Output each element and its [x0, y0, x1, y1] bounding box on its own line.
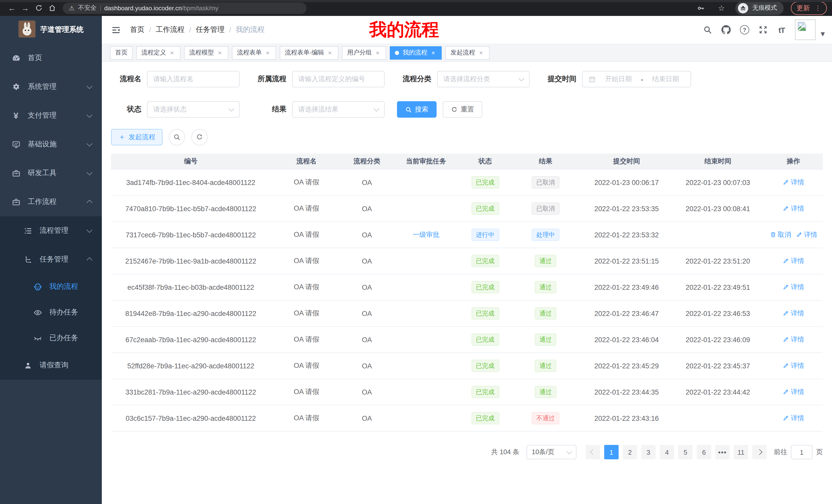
breadcrumb-item[interactable]: 首页	[130, 25, 145, 34]
start-date-input[interactable]: 开始日期	[599, 75, 638, 84]
process-definition-input[interactable]: 请输入流程定义的编号	[292, 71, 385, 87]
close-icon[interactable]: ×	[169, 49, 175, 56]
bookmark-star-icon[interactable]: ☆	[715, 1, 728, 15]
prev-page-button[interactable]	[586, 445, 600, 459]
cancel-link[interactable]: 取消	[770, 230, 791, 240]
refresh-table-button[interactable]	[191, 129, 208, 145]
tab-my-process[interactable]: 我的流程×	[390, 46, 442, 59]
detail-link[interactable]: 详情	[783, 361, 804, 370]
detail-link[interactable]: 详情	[783, 256, 804, 265]
cell-result: 处理中	[510, 222, 581, 248]
detail-link[interactable]: 详情	[783, 414, 804, 423]
current-task-link[interactable]: 一级审批	[413, 230, 439, 240]
help-icon[interactable]: ?	[739, 25, 750, 35]
close-icon[interactable]: ×	[430, 49, 437, 56]
list-tree-icon	[23, 226, 32, 235]
sidebar-item-todo-tasks[interactable]: 待办任务	[0, 300, 102, 325]
cell-end-time: 2022-01-22 23:44:42	[672, 379, 764, 405]
incognito-badge: 无痕模式	[735, 1, 784, 15]
tab-process-model[interactable]: 流程模型×	[184, 46, 228, 59]
start-process-button[interactable]: ＋ 发起流程	[111, 129, 162, 145]
result-select[interactable]: 请选择流结果	[292, 101, 385, 118]
browser-home-icon[interactable]	[45, 1, 59, 15]
sidebar-item-home[interactable]: 首页	[0, 44, 102, 73]
browser-forward-icon[interactable]: →	[19, 1, 32, 15]
github-icon[interactable]	[721, 25, 731, 35]
status-badge: 进行中	[471, 229, 499, 241]
page-button-2[interactable]: 2	[623, 445, 637, 459]
breadcrumb-separator: /	[189, 26, 191, 34]
sidebar-collapse-icon[interactable]	[111, 25, 121, 35]
page-button-3[interactable]: 3	[641, 445, 656, 459]
next-page-button[interactable]	[752, 445, 767, 459]
sidebar-item-task-management[interactable]: 任务管理	[0, 245, 102, 274]
password-key-icon[interactable]	[694, 1, 707, 15]
page-button-6[interactable]: 6	[697, 445, 711, 459]
avatar-caret-icon[interactable]: ▾	[821, 29, 825, 38]
detail-link[interactable]: 详情	[783, 387, 804, 397]
page-button-1[interactable]: 1	[604, 445, 619, 459]
browser-menu-icon[interactable]: ⋮	[814, 4, 821, 12]
page-button-4[interactable]: 4	[660, 445, 674, 459]
app-logo[interactable]: 芋道管理系统	[0, 16, 102, 44]
tab-user-group[interactable]: 用户分组×	[342, 46, 386, 59]
close-icon[interactable]: ×	[216, 49, 223, 56]
page-button-5[interactable]: 5	[678, 445, 693, 459]
status-select[interactable]: 请选择状态	[147, 101, 240, 118]
tab-process-definition[interactable]: 流程定义×	[136, 46, 181, 59]
submit-time-label: 提交时间	[542, 75, 582, 84]
more-pages-button[interactable]: •••	[715, 445, 730, 459]
fullscreen-icon[interactable]	[758, 25, 768, 35]
tab-start-process[interactable]: 发起流程×	[445, 46, 490, 59]
sidebar-item-label: 支付管理	[28, 111, 57, 120]
sidebar-item-process-management[interactable]: 流程管理	[0, 216, 102, 245]
font-size-icon[interactable]: tT	[777, 25, 787, 35]
tab-label: 首页	[115, 48, 128, 57]
breadcrumb-item[interactable]: 工作流程	[156, 25, 185, 34]
detail-link[interactable]: 详情	[783, 309, 804, 318]
detail-link[interactable]: 详情	[783, 178, 804, 187]
chevron-up-icon	[87, 257, 93, 263]
cell-operations: 详情	[764, 300, 823, 327]
close-icon[interactable]: ×	[478, 49, 485, 56]
close-icon[interactable]: ×	[374, 49, 381, 56]
close-icon[interactable]: ×	[327, 49, 333, 56]
sidebar-item-dev-tools[interactable]: 研发工具	[0, 159, 102, 188]
browser-update-button[interactable]: 更新 ⋮	[791, 1, 827, 15]
tab-home[interactable]: 首页	[110, 46, 133, 59]
cell-end-time	[672, 405, 764, 431]
process-category-select[interactable]: 请选择流程分类	[437, 71, 530, 87]
submit-time-range-picker[interactable]: 开始日期 - 结束日期	[582, 71, 691, 87]
search-icon[interactable]	[702, 25, 713, 35]
address-bar[interactable]: ⚠ 不安全 dashboard.yudao.iocoder.cn/bpm/tas…	[63, 2, 307, 13]
reset-button[interactable]: 重置	[443, 101, 482, 118]
detail-link[interactable]: 详情	[783, 204, 804, 213]
detail-link[interactable]: 详情	[783, 335, 804, 344]
goto-page-input[interactable]: 1	[791, 445, 812, 459]
toggle-search-button[interactable]	[169, 129, 185, 145]
tab-process-form[interactable]: 流程表单×	[232, 46, 276, 59]
sidebar-item-infrastructure[interactable]: 基础设施	[0, 130, 102, 159]
close-icon[interactable]: ×	[264, 49, 271, 56]
sidebar-item-payment[interactable]: ¥支付管理	[0, 101, 102, 130]
sidebar-item-workflow[interactable]: 工作流程	[0, 188, 102, 216]
browser-reload-icon[interactable]	[32, 1, 45, 15]
page-button-11[interactable]: 11	[734, 445, 748, 459]
tab-process-form-edit[interactable]: 流程表单-编辑×	[280, 46, 338, 59]
chevron-down-icon	[229, 106, 234, 112]
search-button[interactable]: 搜索	[397, 101, 437, 118]
sidebar-item-my-process[interactable]: 我的流程	[0, 274, 102, 300]
browser-back-icon[interactable]: ←	[5, 1, 19, 15]
detail-link[interactable]: 详情	[783, 283, 804, 292]
sidebar-item-done-tasks[interactable]: 已办任务	[0, 325, 102, 351]
page-size-select[interactable]: 10条/页	[526, 445, 576, 459]
end-date-input[interactable]: 结束日期	[646, 75, 685, 84]
sidebar-item-system[interactable]: 系统管理	[0, 73, 102, 101]
sidebar-item-label: 系统管理	[28, 82, 57, 91]
detail-link[interactable]: 详情	[796, 230, 817, 240]
breadcrumb-item[interactable]: 任务管理	[196, 25, 225, 34]
avatar[interactable]	[795, 20, 815, 40]
cell-status: 已完成	[461, 195, 510, 222]
sidebar-item-leave-query[interactable]: 请假查询	[0, 351, 102, 380]
process-name-input[interactable]: 请输入流程名	[147, 71, 240, 87]
